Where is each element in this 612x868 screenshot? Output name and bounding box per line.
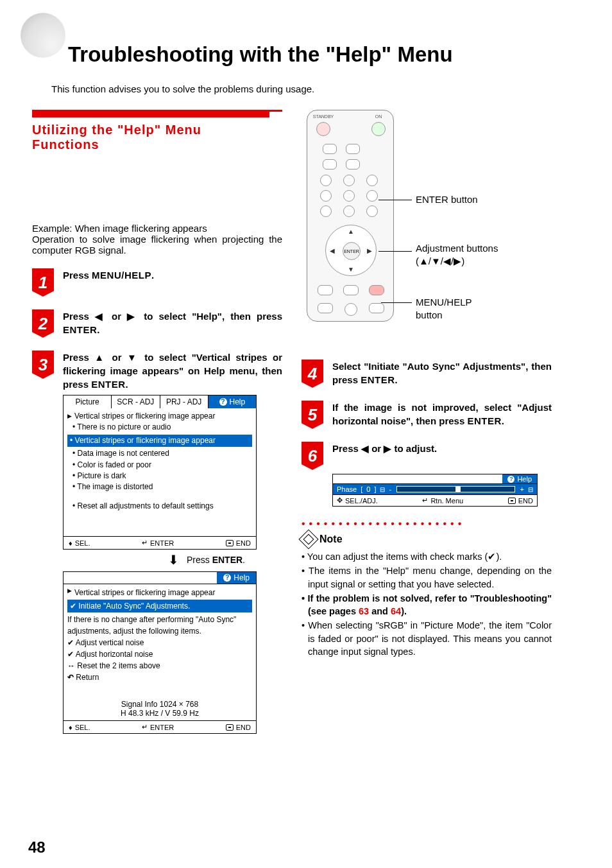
picture-mode-button-icon <box>343 285 359 295</box>
section-rule <box>32 110 282 117</box>
page-up-icon <box>343 190 355 202</box>
break-timer-icon <box>320 175 332 186</box>
adj-gauge <box>396 486 514 492</box>
step-badge-4: 4 <box>302 360 323 388</box>
page-down-icon <box>343 205 355 217</box>
list-item: Reset all adjustments to default setting… <box>72 501 252 512</box>
magnify-plus-icon <box>320 190 332 202</box>
on-button-icon <box>371 122 386 136</box>
osd-tab-help: ?Help <box>208 395 256 408</box>
step-2-text: Press ◀ or ▶ to select "Help", then pres… <box>63 309 282 336</box>
callout-enter: ENTER button <box>416 193 478 206</box>
video-button-icon <box>346 159 360 169</box>
callout-adjustment: Adjustment buttons(▲/▼/◀/▶) <box>416 242 498 267</box>
osd-highlighted-item: ✔ Initiate "Auto Sync" Adjustments. <box>67 600 252 612</box>
list-item: There is no picture or audio <box>72 422 252 433</box>
end-icon <box>226 540 234 546</box>
vol-minus-icon <box>366 205 378 217</box>
note-item: You can adjust the items with check mark… <box>302 550 552 563</box>
step-3-text: Press ▲ or ▼ to select "Vertical stripes… <box>63 351 282 391</box>
list-item: Picture is dark <box>72 471 252 482</box>
remote-diagram: STANDBYON ▲▼◀▶ ENTER <box>302 110 552 331</box>
step-badge-2: 2 <box>32 309 54 338</box>
osd-foot-enter: ↵ ENTER <box>142 539 174 547</box>
list-item: Adjust vertical noise <box>67 637 252 648</box>
step-badge-3: 3 <box>32 351 54 379</box>
list-item: The image is distorted <box>72 482 252 492</box>
osd-adjust-bar: ?Help Phase [ 0 ] ⊟ - + ⊟ ✥ SEL./ADJ. ↵ … <box>332 474 538 507</box>
svideo-button-icon <box>323 159 337 169</box>
note-divider: •••••••••••••••••••••• <box>302 518 552 530</box>
example-body: Operation to solve image flickering when… <box>32 234 282 256</box>
step-1-text: Press MENU/HELP. <box>63 268 154 282</box>
osd-post-text: If there is no change after performing "… <box>67 614 252 637</box>
page-corner-graphic <box>21 13 71 63</box>
freeze-icon <box>343 175 355 186</box>
section-heading: Utilizing the "Help" Menu Functions <box>32 123 282 152</box>
step-6-text: Press ◀ or ▶ to adjust. <box>332 442 437 455</box>
osd-panel-help-detail: ?Help ▶Vertical stripes or flickering im… <box>63 571 257 734</box>
step-badge-5: 5 <box>302 401 323 429</box>
dpad-icon: ▲▼◀▶ ENTER <box>325 225 377 276</box>
end-icon <box>508 498 516 504</box>
osd-tab-prj-adj: PRJ - ADJ <box>160 395 208 408</box>
step-5-text: If the image is not improved, select "Ad… <box>332 401 552 428</box>
end-icon <box>226 724 234 731</box>
computer-button-icon <box>323 144 337 154</box>
osd-footer: ♦ SEL. ↵ ENTER END <box>64 720 256 733</box>
note-icon <box>298 529 318 549</box>
osd-highlighted-item: • Vertical stripes or flickering image a… <box>67 435 252 447</box>
osd-footer: ♦ SEL. ↵ ENTER END <box>64 536 256 549</box>
osd-item-list: Reset all adjustments to default setting… <box>72 501 252 512</box>
note-item: If the problem is not solved, refer to "… <box>302 592 552 618</box>
eco-quiet-button-icon <box>344 303 357 316</box>
page-title: Troubleshooting with the "Help" Menu <box>68 42 580 67</box>
osd-signal-info: Signal Info 1024 × 768 H 48.3 kHz / V 59… <box>64 697 256 720</box>
osd-current-item: Vertical stripes or flickering image app… <box>67 411 252 422</box>
vol-plus-icon <box>366 190 378 202</box>
osd-foot-sel: ♦ SEL. <box>69 539 90 547</box>
auto-sync-button-icon <box>318 303 333 313</box>
list-item: Color is faded or poor <box>72 460 252 471</box>
list-item: Data image is not centered <box>72 448 252 459</box>
osd-tab-help: ?Help <box>217 572 256 584</box>
list-item: Adjust horizontal noise <box>67 648 252 660</box>
osd-current-item: ▶Vertical stripes or flickering image ap… <box>67 587 252 598</box>
intro-text: This function advises you to solve the p… <box>51 83 580 94</box>
callout-menu-help: MENU/HELPbutton <box>416 296 472 321</box>
osd-item-list: There is no picture or audio <box>72 422 252 433</box>
osd-foot-return: ↵ Rtn. Menu <box>422 496 463 505</box>
keystone-button-icon <box>318 285 333 295</box>
list-item: Reset the 2 items above <box>67 660 252 672</box>
osd-panel-help-list: Picture SCR - ADJ PRJ - ADJ ?Help Vertic… <box>63 395 257 550</box>
osd-footer: ✥ SEL./ADJ. ↵ Rtn. Menu END <box>333 494 537 506</box>
osd-item-list: Data image is not centered Color is fade… <box>72 448 252 493</box>
menu-help-button-icon <box>369 285 384 295</box>
osd-foot-end: END <box>226 539 251 547</box>
av-mute-icon <box>366 175 378 186</box>
note-item: When selecting "sRGB" in "Picture Mode",… <box>302 619 552 658</box>
osd-foot-end: END <box>508 496 533 505</box>
osd-tab-scr-adj: SCR - ADJ <box>112 395 160 408</box>
step-4-text: Select "Initiate "Auto Sync" Adjustments… <box>332 360 552 386</box>
list-item: Return <box>67 672 252 683</box>
magnify-minus-icon <box>320 205 332 217</box>
note-heading: Note <box>302 532 552 546</box>
page-number: 48 <box>28 838 46 856</box>
step-badge-6: 6 <box>302 442 323 470</box>
resize-button-icon <box>369 303 384 313</box>
dvi-button-icon <box>346 144 360 154</box>
osd-foot-sel: ✥ SEL./ADJ. <box>337 496 378 505</box>
example-label: Example: When image flickering appears <box>32 223 282 234</box>
help-icon: ? <box>223 574 231 582</box>
adj-label: Phase <box>337 485 357 493</box>
osd-foot-end: END <box>226 723 251 731</box>
help-icon: ? <box>507 476 514 483</box>
press-enter-caption: Press ENTER. <box>187 555 245 565</box>
note-list: You can adjust the items with check mark… <box>302 550 552 658</box>
adj-value: 0 <box>366 485 370 493</box>
enter-button-icon: ENTER <box>343 242 361 260</box>
help-icon: ? <box>219 398 227 406</box>
down-arrow-icon: ⬇ <box>168 552 179 568</box>
remote-body: STANDBYON ▲▼◀▶ ENTER <box>307 110 394 322</box>
